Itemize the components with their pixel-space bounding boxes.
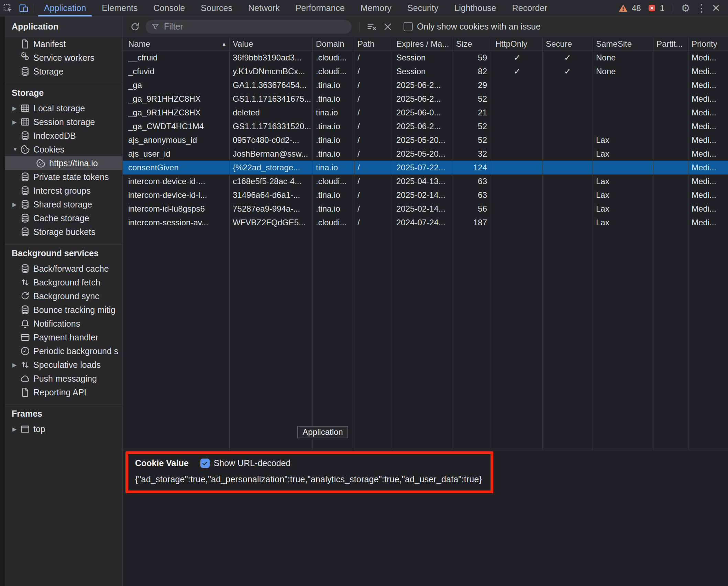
- cookie-row-intercom-session-av[interactable]: intercom-session-av...WFVBZ2FQdGE5....cl…: [123, 216, 728, 229]
- sidebar-item-bounce-tracking-mitig[interactable]: Bounce tracking mitig: [5, 303, 122, 317]
- expand-arrow-icon[interactable]: ▶: [12, 201, 20, 208]
- cookie-row-intercom-device-id-l[interactable]: intercom-device-id-l...31496a64-d6a1-...…: [123, 188, 728, 202]
- cookie-row-ga-9r1hhzc8hx[interactable]: _ga_9R1HHZC8HXdeletedtina.io/2025-06-0..…: [123, 106, 728, 120]
- cell-expires-ma: 2025-05-20...: [393, 147, 453, 161]
- table-grid-icon: [20, 117, 30, 127]
- tab-label: Recorder: [512, 3, 548, 13]
- issue-filter-checkbox[interactable]: [404, 22, 413, 31]
- sidebar-item-interest-groups[interactable]: Interest groups: [5, 184, 122, 198]
- tab-lighthouse[interactable]: Lighthouse: [446, 0, 504, 16]
- sidebar-item-https-tina-io[interactable]: https://tina.io: [5, 156, 122, 170]
- column-header-domain[interactable]: Domain: [312, 37, 354, 50]
- inspect-element-icon[interactable]: [0, 1, 16, 16]
- sidebar-item-background-sync[interactable]: Background sync: [5, 289, 122, 303]
- expand-arrow-icon[interactable]: ▶: [12, 362, 20, 368]
- tab-elements[interactable]: Elements: [94, 0, 145, 16]
- cell-secure: [542, 188, 593, 202]
- device-toolbar-icon[interactable]: [16, 1, 32, 16]
- sidebar-item-manifest[interactable]: Manifest: [5, 37, 122, 51]
- expand-arrow-icon[interactable]: ▶: [12, 426, 20, 432]
- issue-filter-label: Only show cookies with an issue: [417, 22, 541, 32]
- sidebar-item-service-workers[interactable]: ⚙⚙Service workers: [5, 51, 122, 65]
- cell-path: /: [354, 92, 393, 106]
- sidebar-item-storage-buckets[interactable]: Storage buckets: [5, 225, 122, 239]
- cell-domain: .cloudi...: [312, 216, 354, 229]
- expand-arrow-icon[interactable]: ▶: [12, 105, 20, 112]
- close-devtools-icon[interactable]: ✕: [709, 1, 723, 16]
- show-url-decoded-label: Show URL-decoded: [214, 458, 291, 468]
- column-separator: [312, 37, 313, 450]
- tab-performance[interactable]: Performance: [288, 0, 353, 16]
- column-header-partit[interactable]: Partit...: [653, 37, 688, 50]
- cookie-row-intercom-id-lu8gsps6[interactable]: intercom-id-lu8gsps675287ea9-994a-....ti…: [123, 202, 728, 216]
- kebab-menu-icon[interactable]: ⋮: [696, 1, 705, 16]
- tab-security[interactable]: Security: [399, 0, 446, 16]
- column-header-value[interactable]: Value: [229, 37, 312, 50]
- warning-icon[interactable]: [618, 3, 628, 13]
- column-header-size[interactable]: Size: [453, 37, 492, 50]
- sidebar-item-reporting-api[interactable]: Reporting API: [5, 385, 122, 399]
- column-header-path[interactable]: Path: [354, 37, 393, 50]
- sidebar-item-top[interactable]: ▶top: [5, 422, 122, 436]
- expand-arrow-icon[interactable]: ▶: [12, 119, 20, 125]
- cookie-row-ajs-anonymous-id[interactable]: ajs_anonymous_id0957c480-c0d2-....tina.i…: [123, 133, 728, 147]
- sidebar-item-session-storage[interactable]: ▶Session storage: [5, 115, 122, 129]
- sidebar-item-notifications[interactable]: Notifications: [5, 317, 122, 330]
- column-header-httponly[interactable]: HttpOnly: [492, 37, 542, 50]
- issues-icon[interactable]: [647, 3, 657, 13]
- sidebar-item-cookies[interactable]: ▼Cookies: [5, 143, 122, 156]
- sidebar-item-indexeddb[interactable]: IndexedDB: [5, 129, 122, 143]
- cell-priority: Medi...: [688, 161, 728, 174]
- cell-partit: [653, 78, 688, 92]
- cell-partit: [653, 216, 688, 229]
- tab-sources[interactable]: Sources: [193, 0, 240, 16]
- cookie-row-consentgiven[interactable]: consentGiven{%22ad_storage...tina.io/202…: [123, 161, 728, 174]
- cell-path: /: [354, 78, 393, 92]
- cell-priority: Medi...: [688, 147, 728, 161]
- sidebar-item-private-state-tokens[interactable]: Private state tokens: [5, 170, 122, 184]
- sidebar-item-storage[interactable]: Storage: [5, 65, 122, 78]
- column-header-label: Secure: [546, 39, 572, 49]
- column-header-name[interactable]: Name▲: [123, 37, 229, 50]
- cell-samesite: Lax: [593, 202, 653, 216]
- sidebar-item-background-fetch[interactable]: Background fetch: [5, 275, 122, 289]
- delete-selected-icon[interactable]: [380, 19, 395, 34]
- cookie-row-ajs-user-id[interactable]: ajs_user_idJoshBerman@ssw....tina.io/202…: [123, 147, 728, 161]
- sidebar-item-push-messaging[interactable]: Push messaging: [5, 372, 122, 385]
- cell-size: 52: [453, 92, 492, 106]
- refresh-icon[interactable]: [128, 19, 143, 34]
- sidebar-item-local-storage[interactable]: ▶Local storage: [5, 101, 122, 115]
- sidebar-item-periodic-background-s[interactable]: Periodic background s: [5, 344, 122, 358]
- sidebar-item-payment-handler[interactable]: Payment handler: [5, 330, 122, 344]
- column-header-secure[interactable]: Secure: [542, 37, 593, 50]
- tab-network[interactable]: Network: [240, 0, 288, 16]
- cell-httponly: [492, 133, 542, 147]
- tab-application[interactable]: Application: [36, 0, 94, 16]
- show-url-decoded-checkbox[interactable]: [200, 459, 210, 468]
- settings-gear-icon[interactable]: ⚙: [679, 1, 693, 16]
- tab-memory[interactable]: Memory: [353, 0, 399, 16]
- sidebar-item-speculative-loads[interactable]: ▶Speculative loads: [5, 358, 122, 372]
- column-separator: [393, 37, 393, 450]
- column-header-priority[interactable]: Priority: [688, 37, 728, 50]
- application-sidebar: ApplicationManifest⚙⚙Service workersStor…: [5, 16, 123, 586]
- cookie-row-cfruid[interactable]: __cfruid36f9bbb3190ad3....cloudi.../Sess…: [123, 51, 728, 65]
- cookie-row-intercom-device-id[interactable]: intercom-device-id-...c168e5f5-28ac-4...…: [123, 174, 728, 188]
- cell-expires-ma: Session: [393, 51, 453, 65]
- column-header-expires-ma[interactable]: Expires / Ma...: [393, 37, 453, 50]
- cell-value: y.K1vDNmcmBCx...: [229, 65, 312, 78]
- cookie-row-cfuvid[interactable]: _cfuvidy.K1vDNmcmBCx....cloudi.../Sessio…: [123, 65, 728, 78]
- cookie-row-ga-cwdt4hc1m4[interactable]: _ga_CWDT4HC1M4GS1.1.1716331520....tina.i…: [123, 120, 728, 133]
- sidebar-item-shared-storage[interactable]: ▶Shared storage: [5, 198, 122, 211]
- column-header-samesite[interactable]: SameSite: [593, 37, 653, 50]
- sidebar-item-back-forward-cache[interactable]: Back/forward cache: [5, 262, 122, 275]
- cookie-row-ga-9r1hhzc8hx[interactable]: _ga_9R1HHZC8HXGS1.1.1716341675....tina.i…: [123, 92, 728, 106]
- clear-cookies-icon[interactable]: [364, 19, 379, 34]
- cookie-row-ga[interactable]: _gaGA1.1.363676454....tina.io/2025-06-2.…: [123, 78, 728, 92]
- sidebar-item-cache-storage[interactable]: Cache storage: [5, 211, 122, 225]
- tab-recorder[interactable]: Recorder: [504, 0, 555, 16]
- filter-field[interactable]: [145, 20, 352, 34]
- tab-console[interactable]: Console: [146, 0, 193, 16]
- collapse-arrow-icon[interactable]: ▼: [12, 146, 20, 153]
- filter-input[interactable]: [163, 21, 346, 32]
